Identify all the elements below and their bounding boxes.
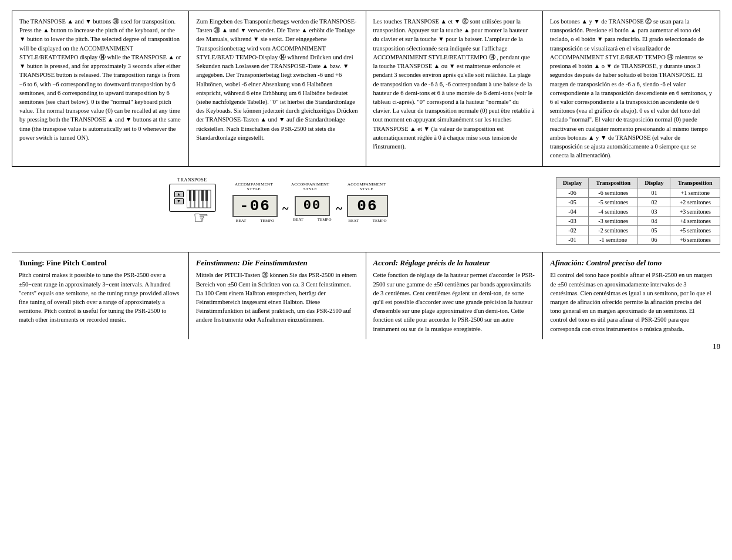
col-header-transposition1: Transposition: [588, 177, 638, 188]
top-col-3: Les touches TRANSPOSE ▲ et ▼ ⑳ sont util…: [366, 11, 543, 166]
table-cell-5-2: 06: [638, 235, 670, 244]
table-body: -06-6 semitones01+1 semitone-05-5 semito…: [556, 188, 720, 244]
table-header-row: Display Transposition Display Transposit…: [556, 177, 720, 188]
col-header-transposition2: Transposition: [670, 177, 720, 188]
lcd3-sublabels: BEAT TEMPO: [348, 218, 386, 223]
table-row: -04-4 semitones03+3 semitones: [556, 207, 720, 216]
bottom-col-3-title: Accord: Réglage précis de la hauteur: [373, 258, 536, 268]
lcd-displays-group: ACCOMPANIMENT STYLE ACCOMPANIMENT STYLE …: [228, 182, 393, 223]
bottom-col-2-title: Feinstimmen: Die Feinstimmtasten: [196, 258, 359, 268]
svg-rect-9: [205, 190, 208, 201]
table-cell-4-0: -02: [556, 225, 589, 235]
keyboard-diagram: TRANSPOSE ▲ ▼: [169, 177, 216, 228]
bottom-col-1-title: Tuning: Fine Pitch Control: [19, 258, 181, 268]
col-header-display1: Display: [556, 177, 589, 188]
table-cell-5-1: -1 semitone: [588, 235, 638, 244]
bottom-col-3: Accord: Réglage précis de la hauteur Cet…: [366, 252, 544, 339]
table-row: -06-6 semitones01+1 semitone: [556, 188, 720, 197]
table-cell-0-2: 01: [638, 188, 670, 197]
table-cell-1-1: -5 semitones: [588, 197, 638, 207]
lcd-display-2: 00: [295, 196, 330, 216]
keyboard-keys-svg: [187, 187, 213, 210]
lcd3-tempo: TEMPO: [373, 218, 387, 223]
lcd-display-1: -06: [232, 195, 278, 217]
bottom-col-4-title: Afinación: Control preciso del tono: [550, 258, 713, 268]
table-row: -03-3 semitones04+4 semitones: [556, 216, 720, 225]
diagram-area: TRANSPOSE ▲ ▼: [12, 171, 550, 234]
bottom-col-4: Afinación: Control preciso del tono El c…: [543, 252, 720, 339]
top-col-1: The TRANSPOSE ▲ and ▼ buttons ⑳ used for…: [12, 11, 189, 166]
lcd2-beat: BEAT: [293, 217, 303, 222]
svg-rect-8: [201, 190, 204, 201]
lcd-screens-row: -06 BEAT TEMPO ~ 00 BEAT TEMPO: [232, 195, 388, 223]
transpose-table: Display Transposition Display Transposit…: [556, 177, 720, 245]
table-cell-0-0: -06: [556, 188, 589, 197]
bottom-col-1: Tuning: Fine Pitch Control Pitch control…: [12, 252, 189, 339]
table-cell-4-2: 05: [638, 225, 670, 235]
keyboard-buttons: ▲ ▼: [174, 191, 184, 204]
table-cell-0-3: +1 semitone: [670, 188, 720, 197]
lcd-block-2: 00 BEAT TEMPO: [293, 196, 331, 222]
lcd2-sublabels: BEAT TEMPO: [293, 217, 331, 222]
table-cell-3-2: 04: [638, 216, 670, 225]
bottom-col-4-text: El control del tono hace posible afinar …: [550, 271, 713, 333]
table-cell-5-3: +6 semitones: [670, 235, 720, 244]
table-cell-1-2: 02: [638, 197, 670, 207]
middle-section: TRANSPOSE ▲ ▼: [12, 171, 720, 245]
lcd2-tempo: TEMPO: [318, 217, 332, 222]
lcd-block-3: 06 BEAT TEMPO: [347, 195, 388, 223]
tilde-1: ~: [282, 202, 288, 215]
top-col-3-text: Les touches TRANSPOSE ▲ et ▼ ⑳ sont util…: [373, 17, 535, 151]
svg-rect-7: [193, 190, 195, 201]
table-row: -01-1 semitone06+6 semitones: [556, 235, 720, 244]
table-cell-0-1: -6 semitones: [588, 188, 638, 197]
table-cell-4-1: -2 semitones: [588, 225, 638, 235]
display3-label: ACCOMPANIMENT STYLE: [340, 182, 393, 191]
bottom-col-3-text: Cette fonction de réglage de la hauteur …: [373, 271, 536, 333]
bottom-section: Tuning: Fine Pitch Control Pitch control…: [12, 252, 720, 339]
up-button[interactable]: ▲: [174, 191, 184, 197]
lcd-block-1: -06 BEAT TEMPO: [232, 195, 278, 223]
keyboard-body: ▲ ▼: [169, 184, 216, 212]
top-section: The TRANSPOSE ▲ and ▼ buttons ⑳ used for…: [12, 11, 720, 167]
top-col-4: Los botones ▲ y ▼ de TRANSPOSE ⑳ se usan…: [543, 11, 720, 166]
bottom-col-2: Feinstimmen: Die Feinstimmtasten Mittels…: [189, 252, 366, 339]
table-cell-2-2: 03: [638, 207, 670, 216]
display1-label: ACCOMPANIMENT STYLE: [228, 182, 281, 191]
lcd1-beat: BEAT: [236, 218, 247, 223]
col-header-display2: Display: [638, 177, 670, 188]
bottom-col-2-text: Mittels der PITCH-Tasten ⑳ können Sie da…: [196, 271, 359, 324]
tilde-2: ~: [336, 202, 342, 215]
lcd1-tempo: TEMPO: [260, 218, 274, 223]
table-cell-2-3: +3 semitones: [670, 207, 720, 216]
table-cell-5-0: -01: [556, 235, 589, 244]
lcd-display-3: 06: [347, 195, 388, 217]
page-number-wrapper: 18: [12, 339, 720, 351]
page-number: 18: [713, 342, 720, 351]
display2-label: ACCOMPANIMENT STYLE: [284, 182, 337, 191]
lcd1-sublabels: BEAT TEMPO: [236, 218, 274, 223]
table-cell-1-0: -05: [556, 197, 589, 207]
lcd3-beat: BEAT: [348, 218, 359, 223]
svg-rect-6: [189, 190, 191, 201]
table-row: -02-2 semitones05+5 semitones: [556, 225, 720, 235]
table-cell-1-3: +2 semitones: [670, 197, 720, 207]
table-cell-4-3: +5 semitones: [670, 225, 720, 235]
table-cell-3-1: -3 semitones: [588, 216, 638, 225]
top-col-4-text: Los botones ▲ y ▼ de TRANSPOSE ⑳ se usan…: [550, 17, 713, 160]
table-cell-3-3: +4 semitones: [670, 216, 720, 225]
table-cell-2-0: -04: [556, 207, 589, 216]
top-col-1-text: The TRANSPOSE ▲ and ▼ buttons ⑳ used for…: [19, 17, 181, 142]
top-col-2-text: Zum Eingeben des Transponierbetags werde…: [196, 17, 358, 142]
table-header: Display Transposition Display Transposit…: [556, 177, 720, 188]
table-row: -05-5 semitones02+2 semitones: [556, 197, 720, 207]
top-col-2: Zum Eingeben des Transponierbetags werde…: [189, 11, 366, 166]
table-container: Display Transposition Display Transposit…: [550, 171, 720, 245]
bottom-col-1-text: Pitch control makes it possible to tune …: [19, 271, 181, 324]
page-wrapper: The TRANSPOSE ▲ and ▼ buttons ⑳ used for…: [12, 11, 720, 351]
keyboard-label: TRANSPOSE: [177, 177, 207, 183]
table-cell-3-0: -03: [556, 216, 589, 225]
table-cell-2-1: -4 semitones: [588, 207, 638, 216]
display-labels-row: ACCOMPANIMENT STYLE ACCOMPANIMENT STYLE …: [228, 182, 393, 191]
down-button[interactable]: ▼: [174, 198, 184, 204]
